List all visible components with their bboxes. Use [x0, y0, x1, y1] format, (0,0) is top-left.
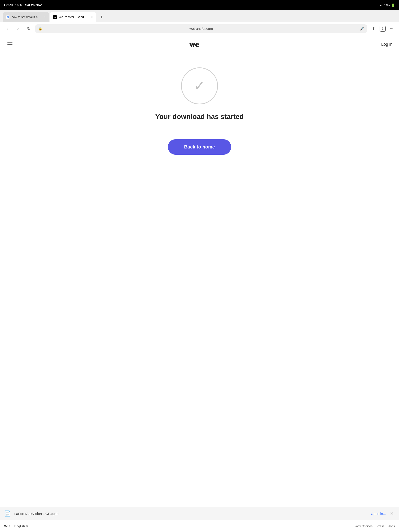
battery-label: 52% [384, 3, 390, 7]
footer: 📄 LaForetAuxViolonsLCP.epub Open in... ✕… [0, 507, 399, 532]
footer-link-jobs[interactable]: Jobs [389, 524, 395, 528]
share-button[interactable]: ⬆ [369, 25, 378, 33]
menu-line-1 [7, 43, 13, 43]
menu-button[interactable] [6, 42, 13, 47]
tab-wetransfer[interactable]: we WeTransfer - Send Large ✕ [50, 12, 96, 22]
wetransfer-favicon: we [53, 15, 57, 19]
svg-text:we: we [4, 523, 10, 528]
browser-controls: ‹ › ↻ 🔒 wetransfer.com 🎤 ⬆ 2 ··· [0, 22, 399, 35]
back-button[interactable]: ‹ [3, 25, 12, 33]
logo-svg: 𝐰𝐞 [189, 40, 205, 49]
wifi-icon: ▲ [379, 3, 382, 7]
forward-icon: › [17, 26, 19, 31]
tab-bar: G how to set default brows ✕ we WeTransf… [0, 10, 399, 22]
lang-chevron-icon: ∨ [26, 524, 28, 528]
new-tab-button[interactable]: + [98, 13, 105, 21]
file-icon: 📄 [4, 510, 11, 517]
footer-link-press[interactable]: Press [377, 524, 384, 528]
address-bar[interactable]: 🔒 wetransfer.com 🎤 [35, 24, 367, 33]
wetransfer-logo: 𝐰𝐞 [189, 40, 205, 49]
success-circle: ✓ [181, 67, 218, 104]
svg-text:𝐰𝐞: 𝐰𝐞 [189, 40, 199, 49]
mic-icon[interactable]: 🎤 [360, 27, 364, 31]
page-header: 𝐰𝐞 Log in [0, 35, 399, 54]
tabs-count-button[interactable]: 2 [380, 26, 386, 32]
login-button[interactable]: Log in [381, 42, 393, 47]
menu-line-3 [7, 46, 13, 46]
download-message: Your download has started [155, 113, 244, 120]
time: 16:48 [15, 3, 23, 7]
download-bar-close[interactable]: ✕ [389, 511, 395, 516]
tab-google[interactable]: G how to set default brows ✕ [3, 12, 49, 22]
app-label: Gmail [4, 3, 13, 7]
tab-wetransfer-close[interactable]: ✕ [90, 15, 93, 19]
main-content: ✓ Your download has started Back to home [0, 54, 399, 164]
google-favicon: G [6, 15, 10, 19]
divider [7, 130, 392, 130]
tab-google-close[interactable]: ✕ [43, 15, 46, 19]
footer-left: we English ∨ [4, 523, 28, 529]
url-display: wetransfer.com [44, 26, 358, 31]
date: Sat 26 Nov [25, 3, 42, 7]
back-icon: ‹ [7, 26, 8, 31]
language-selector[interactable]: English ∨ [14, 524, 28, 528]
status-bar: Gmail 16:48 Sat 26 Nov ▲ 52% 🔋 [0, 0, 399, 10]
forward-button[interactable]: › [14, 25, 22, 33]
open-in-button[interactable]: Open in... [371, 512, 386, 516]
footer-link-privacy[interactable]: vacy Choices [355, 524, 373, 528]
language-label: English [14, 524, 25, 528]
footer-logo-svg: we [4, 523, 12, 528]
reload-button[interactable]: ↻ [25, 25, 33, 33]
lock-icon: 🔒 [38, 27, 42, 31]
footer-links: we English ∨ vacy Choices Press Jobs [0, 520, 399, 532]
back-to-home-button[interactable]: Back to home [168, 139, 231, 155]
tab-wetransfer-label: WeTransfer - Send Large [59, 15, 89, 19]
checkmark-icon: ✓ [194, 79, 205, 93]
download-bar: 📄 LaForetAuxViolonsLCP.epub Open in... ✕ [0, 507, 399, 520]
tab-google-label: how to set default brows [12, 15, 42, 19]
more-button[interactable]: ··· [387, 25, 396, 33]
reload-icon: ↻ [27, 26, 31, 31]
footer-logo: we [4, 523, 12, 529]
file-name: LaForetAuxViolonsLCP.epub [14, 512, 367, 516]
battery-icon: 🔋 [391, 3, 395, 7]
menu-line-2 [7, 44, 13, 44]
footer-right: vacy Choices Press Jobs [355, 524, 395, 528]
browser-actions: ⬆ 2 ··· [369, 25, 396, 33]
